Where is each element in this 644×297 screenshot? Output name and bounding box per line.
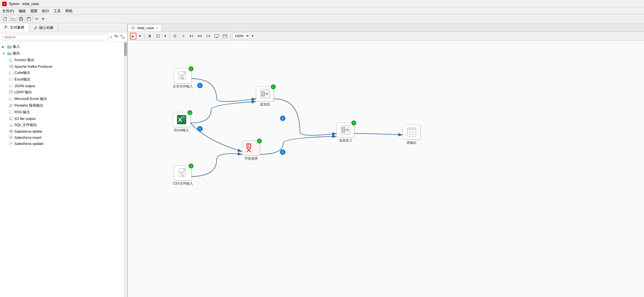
svg-rect-6 xyxy=(5,26,6,27)
tree-item-json[interactable]: { } JSON output xyxy=(0,83,123,89)
node-csv-input-box[interactable]: ✓ xyxy=(174,165,192,180)
tree-item-kafka[interactable]: Apache Kafka Producer xyxy=(0,63,123,69)
report-icon xyxy=(9,103,13,108)
tree-item-sf-update[interactable]: Salesforce update xyxy=(0,140,123,147)
node-csv-input[interactable]: ✓ CSV文件输入 xyxy=(173,165,193,186)
open-button[interactable] xyxy=(10,16,17,22)
menu-tools[interactable]: 工具 xyxy=(54,9,61,14)
toolbar-sep-2 xyxy=(169,33,170,39)
schedule-button[interactable] xyxy=(221,33,229,39)
canvas-toolbar: ▶ ▼ ⏸ ☐ ▼ xyxy=(128,32,644,41)
tree-scroll-thumb[interactable] xyxy=(124,42,127,56)
svg-point-30 xyxy=(9,90,13,94)
svg-text:X: X xyxy=(9,98,11,100)
monitor-button[interactable] xyxy=(213,33,220,39)
node-excel-input-check: ✓ xyxy=(187,110,192,115)
node-csv-input-check: ✓ xyxy=(189,163,194,168)
menu-file[interactable]: 文件(F) xyxy=(2,9,14,14)
tree-item-sql[interactable]: SQL SQL 文件输出 xyxy=(0,122,123,128)
node-table-output[interactable]: 表输出 xyxy=(403,125,420,145)
replay-button[interactable] xyxy=(205,33,212,39)
tree-item-input[interactable]: ▶ 输入 xyxy=(0,43,123,50)
stop-dropdown-button[interactable]: ▼ xyxy=(163,33,168,39)
node-excel-input[interactable]: X ✓ Excel输入 xyxy=(173,112,191,133)
info-badge-2[interactable]: i xyxy=(197,126,203,132)
tree-item-s3[interactable]: S3 S3 file output xyxy=(0,115,123,122)
node-text-file-input-label: 文本文件输入 xyxy=(173,84,193,89)
new-button[interactable] xyxy=(2,16,9,22)
node-table-output-box[interactable] xyxy=(403,125,420,140)
menu-run[interactable]: 执行 xyxy=(42,9,49,14)
node-field-select[interactable]: ✓ 字段选择 xyxy=(242,140,260,161)
excel-icon: X xyxy=(177,115,187,125)
text-file-icon xyxy=(178,71,188,81)
pencil-icon xyxy=(34,26,37,30)
node-text-file-input-box[interactable]: ✓ xyxy=(174,68,192,83)
menu-view[interactable]: 视图 xyxy=(30,9,37,14)
node-field-select-box[interactable]: ✓ xyxy=(242,140,260,155)
zoom-dropdown[interactable]: ▼ xyxy=(251,34,254,38)
tree-item-rss[interactable]: R RSS 输出 xyxy=(0,109,123,115)
node-excel-input-box[interactable]: X ✓ xyxy=(173,112,191,127)
menu-edit[interactable]: 编辑 xyxy=(19,9,26,14)
svg-text:{ }: { } xyxy=(9,85,11,87)
preview-button[interactable] xyxy=(171,33,179,39)
tree-item-output[interactable]: ▼ 输出 xyxy=(0,50,123,57)
debug-button[interactable] xyxy=(180,33,187,39)
fast-forward-button[interactable] xyxy=(196,33,204,39)
tree-item-excel-out[interactable]: X Excel输出 xyxy=(0,76,123,83)
layers-dropdown[interactable]: ▼ xyxy=(41,17,45,21)
toolbar-sep-1 xyxy=(144,33,144,39)
excel-out-icon: X xyxy=(9,77,13,82)
menu-help[interactable]: 帮助 xyxy=(65,9,72,14)
access-icon: A xyxy=(9,58,13,62)
json-icon: { } xyxy=(9,84,13,88)
node-append-stream-box[interactable]: ✓ xyxy=(256,86,274,101)
svg-rect-12 xyxy=(117,36,118,37)
tree-item-pentaho-report[interactable]: Pentaho 报表输出 xyxy=(0,102,123,109)
tree-item-ldap[interactable]: LDAP 输出 xyxy=(0,89,123,95)
svg-rect-96 xyxy=(407,128,416,130)
save-as-button[interactable] xyxy=(26,16,32,22)
expand-output-arrow[interactable]: ▼ xyxy=(2,52,6,55)
svg-point-19 xyxy=(9,66,11,67)
info-badge-4[interactable]: i xyxy=(280,149,285,155)
tree-item-sf-delete[interactable]: Salesforce delete xyxy=(0,128,123,134)
node-text-file-input[interactable]: ✓ 文本文件输入 xyxy=(173,68,193,89)
svg-rect-36 xyxy=(10,106,11,107)
run-dropdown-button[interactable]: ▼ xyxy=(137,33,142,39)
node-append-stream-2-box[interactable]: ✓ xyxy=(337,122,354,137)
svg-rect-35 xyxy=(10,105,12,106)
run-button[interactable]: ▶ xyxy=(130,33,136,39)
zoom-select[interactable]: 50% 75% 100% 125% 150% 200% xyxy=(232,33,250,39)
info-badge-3[interactable]: i xyxy=(280,115,285,121)
canvas-area[interactable]: ✓ 文本文件输入 i X ✓ Excel输入 xyxy=(128,41,644,297)
tab-core-objects[interactable]: 核心对象 xyxy=(29,23,58,32)
node-field-select-label: 字段选择 xyxy=(244,156,258,161)
stop-button[interactable]: ☐ xyxy=(154,33,162,39)
tree-item-cube[interactable]: C Cube输出 xyxy=(0,69,123,76)
node-append-stream[interactable]: ✓ 追加流 xyxy=(256,86,274,107)
save-button[interactable] xyxy=(18,16,24,22)
expand-all-button[interactable] xyxy=(114,34,119,40)
layers-button[interactable] xyxy=(33,16,40,22)
title-text: Spoon - total_case xyxy=(9,2,39,6)
tab-total-case[interactable]: total_case ✕ xyxy=(128,24,162,31)
tree-scrollbar[interactable] xyxy=(124,42,127,297)
tab-main-objects[interactable]: 主对象树 xyxy=(0,23,29,32)
expand-input-arrow[interactable]: ▶ xyxy=(2,45,6,48)
info-badge-1[interactable]: i xyxy=(197,83,203,88)
node-append-stream-2[interactable]: ✓ 追加流 2 xyxy=(337,122,354,143)
step-button[interactable] xyxy=(188,33,195,39)
tree-area[interactable]: ▶ 输入 ▼ 输出 A Access 输出 xyxy=(0,42,127,297)
tree-item-access-output[interactable]: A Access 输出 xyxy=(0,57,123,63)
collapse-all-button[interactable] xyxy=(120,34,125,40)
tab-close-button[interactable]: ✕ xyxy=(156,26,158,30)
search-input[interactable] xyxy=(2,34,108,40)
pause-button[interactable]: ⏸ xyxy=(146,33,153,39)
tree-item-ms-excel[interactable]: X Microsoft Excel 输出 xyxy=(0,95,123,102)
search-clear-button[interactable]: ✕ xyxy=(109,35,113,39)
tree-item-sf-insert[interactable]: Salesforce insert xyxy=(0,134,123,140)
svg-line-23 xyxy=(11,66,12,67)
left-panel: 主对象树 核心对象 ✕ xyxy=(0,23,128,297)
